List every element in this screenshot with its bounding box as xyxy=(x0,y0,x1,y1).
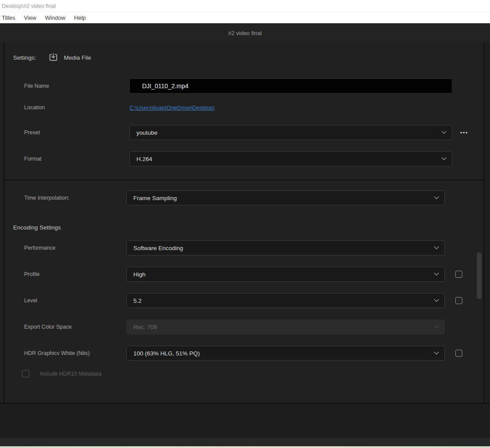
file-name-input[interactable] xyxy=(129,79,452,93)
time-interpolation-dropdown[interactable]: Frame Sampling xyxy=(126,190,445,205)
performance-row: Performance Software Encoding xyxy=(0,240,490,255)
scrollbar-thumb[interactable] xyxy=(477,252,482,299)
settings-label: Settings: xyxy=(13,54,36,61)
level-label: Level xyxy=(24,297,37,304)
level-dropdown[interactable]: 5.2 xyxy=(126,293,445,308)
chevron-down-icon xyxy=(434,271,439,276)
chevron-down-icon xyxy=(434,323,439,328)
profile-checkbox[interactable] xyxy=(455,271,462,278)
hdr-graphics-white-checkbox[interactable] xyxy=(455,350,462,357)
time-interpolation-label: Time Interpolation: xyxy=(24,195,69,201)
export-color-space-label: Export Color Space xyxy=(24,324,72,330)
profile-dropdown[interactable]: High xyxy=(126,267,445,282)
format-label: Format xyxy=(24,156,42,162)
menu-item-view[interactable]: View xyxy=(21,14,39,22)
settings-header: Settings: Media File xyxy=(13,52,91,63)
chevron-down-icon xyxy=(434,297,439,302)
chevron-down-icon xyxy=(434,350,439,355)
lower-empty-region xyxy=(0,404,490,437)
format-dropdown[interactable]: H.264 xyxy=(129,151,452,166)
location-link[interactable]: C:\Users\lisap\OneDrive\Desktop\ xyxy=(129,104,215,111)
hdr-graphics-white-dropdown[interactable]: 100 (63% HLG, 51% PQ) xyxy=(126,346,445,361)
preset-dropdown[interactable]: youtube xyxy=(129,125,452,140)
include-hdr10-label: Include HDR10 Metadata xyxy=(40,371,101,377)
time-interpolation-row: Time Interpolation: Frame Sampling xyxy=(0,190,490,205)
window-title: Desktop\#2 video final xyxy=(0,0,490,12)
chevron-down-icon xyxy=(441,155,446,160)
level-checkbox[interactable] xyxy=(455,297,462,304)
encoding-settings-title: Encoding Settings xyxy=(13,224,61,231)
export-color-space-row: Export Color Space Rec. 709 xyxy=(0,319,490,334)
performance-label: Performance xyxy=(24,245,56,251)
hdr-graphics-white-row: HDR Graphics White (Nits) 100 (63% HLG, … xyxy=(0,346,490,361)
bottom-status-bar xyxy=(0,437,490,446)
level-value: 5.2 xyxy=(133,297,142,304)
performance-value: Software Encoding xyxy=(133,245,183,251)
chevron-down-icon xyxy=(434,194,439,199)
menu-item-titles[interactable]: Titles xyxy=(2,14,18,22)
more-options-icon[interactable]: ••• xyxy=(460,129,468,136)
export-color-space-value: Rec. 709 xyxy=(133,324,157,330)
preset-row: Preset youtube ••• xyxy=(0,125,490,140)
preset-label: Preset xyxy=(24,129,40,136)
menu-item-window[interactable]: Window xyxy=(43,14,68,22)
menu-item-help[interactable]: Help xyxy=(72,14,89,22)
chevron-down-icon xyxy=(434,244,439,249)
section-divider xyxy=(4,179,483,180)
profile-row: Profile High xyxy=(0,267,490,282)
menu-bar: Titles View Window Help xyxy=(0,12,490,23)
document-header-bar: #2 video final xyxy=(0,23,490,43)
document-title: #2 video final xyxy=(228,30,262,36)
hdr-graphics-white-label: HDR Graphics White (Nits) xyxy=(24,350,89,356)
location-label: Location xyxy=(24,104,45,111)
format-value: H.264 xyxy=(136,156,152,162)
performance-dropdown[interactable]: Software Encoding xyxy=(126,240,445,255)
time-interpolation-value: Frame Sampling xyxy=(133,195,177,201)
file-name-row: File Name xyxy=(0,79,490,93)
include-hdr10-checkbox xyxy=(22,370,29,377)
level-row: Level 5.2 xyxy=(0,293,490,308)
chevron-down-icon xyxy=(441,129,446,134)
export-media-icon xyxy=(49,53,58,62)
export-settings-panel: Settings: Media File File Name Location … xyxy=(0,43,490,404)
profile-label: Profile xyxy=(24,271,39,277)
hdr-graphics-white-value: 100 (63% HLG, 51% PQ) xyxy=(133,350,200,357)
profile-value: High xyxy=(133,271,146,278)
preset-value: youtube xyxy=(136,129,157,136)
include-hdr10-row: Include HDR10 Metadata xyxy=(22,370,101,377)
file-name-label: File Name xyxy=(24,83,49,89)
location-row: Location C:\Users\lisap\OneDrive\Desktop… xyxy=(0,102,490,113)
format-row: Format H.264 xyxy=(0,151,490,166)
export-color-space-dropdown: Rec. 709 xyxy=(126,319,445,334)
bottom-edge-strip xyxy=(0,446,490,448)
settings-target-label: Media File xyxy=(64,54,91,61)
